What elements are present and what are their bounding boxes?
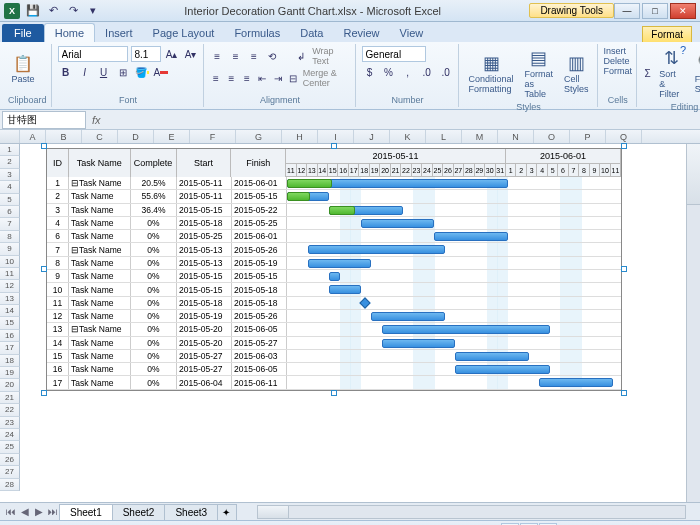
column-header[interactable]: F xyxy=(190,130,236,143)
tab-page-layout[interactable]: Page Layout xyxy=(143,24,225,42)
row-header[interactable]: 7 xyxy=(0,218,20,230)
name-box[interactable]: 甘特图 xyxy=(2,111,86,129)
sheet-nav-next[interactable]: ▶ xyxy=(32,505,46,519)
align-top-button[interactable]: ≡ xyxy=(210,48,225,64)
align-right-button[interactable]: ≡ xyxy=(241,70,254,86)
gantt-bar[interactable] xyxy=(329,285,361,294)
gantt-bar[interactable] xyxy=(455,352,529,361)
row-header[interactable]: 16 xyxy=(0,330,20,342)
comma-button[interactable]: , xyxy=(400,64,416,80)
row-header[interactable]: 2 xyxy=(0,156,20,168)
align-middle-button[interactable]: ≡ xyxy=(228,48,243,64)
column-header[interactable]: O xyxy=(534,130,570,143)
column-header[interactable]: E xyxy=(154,130,190,143)
font-size-select[interactable] xyxy=(131,46,161,62)
row-header[interactable]: 21 xyxy=(0,392,20,404)
column-header[interactable]: H xyxy=(282,130,318,143)
align-bottom-button[interactable]: ≡ xyxy=(246,48,261,64)
row-header[interactable]: 17 xyxy=(0,342,20,354)
row-header[interactable]: 11 xyxy=(0,268,20,280)
column-header[interactable]: B xyxy=(46,130,82,143)
autosum-button[interactable]: Σ xyxy=(643,66,652,82)
cell-styles-button[interactable]: ▥Cell Styles xyxy=(560,51,593,97)
column-header[interactable]: N xyxy=(498,130,534,143)
paste-button[interactable]: 📋 Paste xyxy=(8,46,38,90)
worksheet-area[interactable]: ABCDEFGHIJKLMNOPQ 1234567891011121314151… xyxy=(0,130,700,502)
column-header[interactable]: D xyxy=(118,130,154,143)
row-header[interactable]: 28 xyxy=(0,479,20,491)
sheet-tab-2[interactable]: Sheet2 xyxy=(112,504,166,520)
conditional-formatting-button[interactable]: ▦Conditional Formatting xyxy=(465,51,518,97)
resize-handle-s[interactable] xyxy=(331,390,337,396)
row-header[interactable]: 24 xyxy=(0,429,20,441)
fill-color-button[interactable]: 🪣 xyxy=(134,64,150,80)
column-header[interactable]: K xyxy=(390,130,426,143)
row-header[interactable]: 1 xyxy=(0,144,20,156)
row-header[interactable]: 22 xyxy=(0,404,20,416)
align-left-button[interactable]: ≡ xyxy=(210,70,223,86)
gantt-bar[interactable] xyxy=(308,259,371,268)
row-header[interactable]: 19 xyxy=(0,367,20,379)
row-header[interactable]: 5 xyxy=(0,194,20,206)
merge-center-button[interactable]: ⊟ xyxy=(287,70,300,86)
close-button[interactable]: ✕ xyxy=(670,3,696,19)
column-header[interactable]: Q xyxy=(606,130,642,143)
gantt-bar[interactable] xyxy=(434,232,508,241)
bold-button[interactable]: B xyxy=(58,64,74,80)
row-header[interactable]: 8 xyxy=(0,231,20,243)
tab-home[interactable]: Home xyxy=(44,23,95,42)
column-headers[interactable]: ABCDEFGHIJKLMNOPQ xyxy=(0,130,700,144)
percent-button[interactable]: % xyxy=(381,64,397,80)
currency-button[interactable]: $ xyxy=(362,64,378,80)
maximize-button[interactable]: □ xyxy=(642,3,668,19)
minimize-button[interactable]: — xyxy=(614,3,640,19)
column-header[interactable]: P xyxy=(570,130,606,143)
italic-button[interactable]: I xyxy=(77,64,93,80)
row-header[interactable]: 26 xyxy=(0,454,20,466)
tab-view[interactable]: View xyxy=(390,24,434,42)
font-name-select[interactable] xyxy=(58,46,128,62)
sheet-tab-3[interactable]: Sheet3 xyxy=(164,504,218,520)
gantt-bar[interactable] xyxy=(329,272,340,281)
decrease-decimal-button[interactable]: .0 xyxy=(438,64,454,80)
fx-icon[interactable]: fx xyxy=(92,114,101,126)
gantt-chart-object[interactable]: IDTask NameCompleteStartFinish2015-05-11… xyxy=(46,148,622,391)
qat-save-button[interactable]: 💾 xyxy=(24,3,42,19)
sheet-nav-prev[interactable]: ◀ xyxy=(18,505,32,519)
row-header[interactable]: 15 xyxy=(0,317,20,329)
sheet-tab-1[interactable]: Sheet1 xyxy=(59,504,113,520)
tab-formulas[interactable]: Formulas xyxy=(224,24,290,42)
underline-button[interactable]: U xyxy=(96,64,112,80)
help-button[interactable]: ? xyxy=(680,44,696,60)
font-color-button[interactable]: A xyxy=(153,64,169,80)
horizontal-scrollbar[interactable] xyxy=(257,505,686,519)
column-header[interactable]: A xyxy=(20,130,46,143)
column-header[interactable]: I xyxy=(318,130,354,143)
resize-handle-e[interactable] xyxy=(621,266,627,272)
new-sheet-button[interactable]: ✦ xyxy=(217,504,237,520)
increase-indent-button[interactable]: ⇥ xyxy=(272,70,285,86)
row-header[interactable]: 13 xyxy=(0,293,20,305)
format-as-table-button[interactable]: ▤Format as Table xyxy=(521,46,558,102)
qat-customize-button[interactable]: ▾ xyxy=(84,3,102,19)
gantt-bar[interactable] xyxy=(361,219,435,228)
row-header[interactable]: 14 xyxy=(0,305,20,317)
row-header[interactable]: 23 xyxy=(0,417,20,429)
gantt-bar[interactable] xyxy=(382,339,456,348)
tab-file[interactable]: File xyxy=(2,24,44,42)
orientation-button[interactable]: ⟲ xyxy=(265,48,280,64)
column-header[interactable]: G xyxy=(236,130,282,143)
row-header[interactable]: 12 xyxy=(0,280,20,292)
tab-review[interactable]: Review xyxy=(333,24,389,42)
borders-button[interactable]: ⊞ xyxy=(115,64,131,80)
row-header[interactable]: 20 xyxy=(0,379,20,391)
gantt-bar[interactable] xyxy=(382,325,550,334)
column-header[interactable]: L xyxy=(426,130,462,143)
row-header[interactable]: 25 xyxy=(0,441,20,453)
shrink-font-button[interactable]: A▾ xyxy=(183,46,199,62)
increase-decimal-button[interactable]: .0 xyxy=(419,64,435,80)
resize-handle-sw[interactable] xyxy=(41,390,47,396)
row-header[interactable]: 18 xyxy=(0,355,20,367)
grow-font-button[interactable]: A▴ xyxy=(164,46,180,62)
gantt-bar[interactable] xyxy=(539,378,613,387)
